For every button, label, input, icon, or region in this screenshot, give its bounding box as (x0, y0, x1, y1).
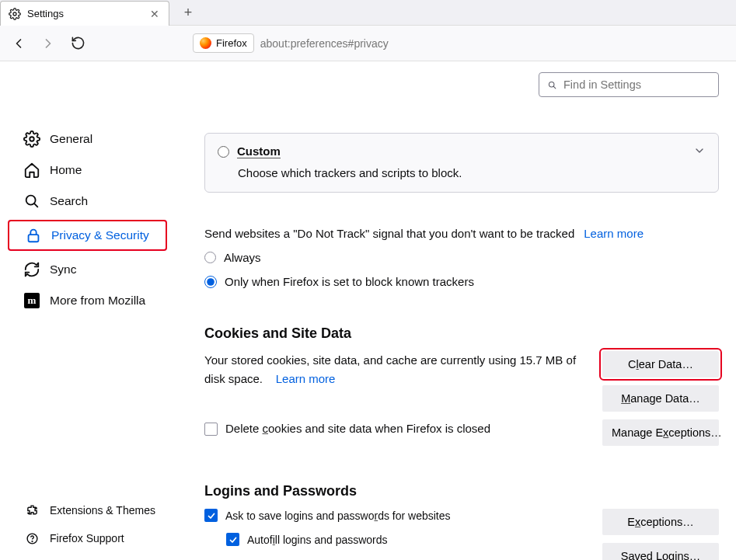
svg-point-6 (32, 541, 33, 541)
settings-sidebar: General Home Search Privacy & Security S… (0, 61, 190, 560)
sidebar-label: More from Mozilla (50, 294, 145, 308)
identity-label: Firefox (216, 37, 247, 49)
custom-title: Custom (237, 144, 281, 158)
sidebar-label: Extensions & Themes (50, 504, 155, 517)
settings-content: Custom Choose which trackers and scripts… (190, 61, 736, 560)
checkbox-checked-icon[interactable] (226, 533, 239, 546)
back-icon[interactable] (11, 36, 26, 51)
close-icon[interactable]: ✕ (148, 8, 161, 20)
option-label: Only when Firefox is set to block known … (225, 275, 474, 288)
sidebar-item-extensions[interactable]: Extensions & Themes (8, 496, 190, 524)
manage-exceptions-button[interactable]: Manage Exceptions… (602, 419, 719, 446)
sidebar-label: Search (50, 194, 88, 208)
sidebar-item-support[interactable]: Firefox Support (8, 524, 190, 552)
logins-exceptions-button[interactable]: Exceptions… (602, 509, 719, 535)
ask-save-logins[interactable]: Ask to save logins and passwords for web… (204, 509, 587, 522)
cookies-desc: Your stored cookies, site data, and cach… (204, 353, 576, 385)
delete-cookies-on-close[interactable]: Delete cookies and site data when Firefo… (204, 419, 587, 438)
tab-bar: Settings ✕ + (0, 0, 736, 26)
nav-toolbar: Firefox about:preferences#privacy (0, 26, 736, 61)
search-icon (23, 193, 40, 210)
svg-line-3 (34, 203, 37, 207)
mozilla-icon: m (23, 292, 40, 309)
settings-search[interactable] (539, 72, 719, 97)
url-bar[interactable]: Firefox about:preferences#privacy (193, 31, 389, 56)
url-text: about:preferences#privacy (260, 37, 389, 50)
sync-icon (23, 261, 40, 278)
checkbox-checked-icon[interactable] (204, 509, 218, 522)
logins-heading: Logins and Passwords (204, 483, 719, 499)
dnt-only-option[interactable]: Only when Firefox is set to block known … (204, 275, 719, 288)
puzzle-icon (25, 503, 39, 517)
sidebar-item-more-mozilla[interactable]: m More from Mozilla (8, 285, 190, 316)
autofill-logins[interactable]: Autofill logins and passwords (226, 533, 587, 546)
option-label: Always (224, 251, 261, 264)
search-icon (547, 79, 557, 91)
checkbox-label: Delete cookies and site data when Firefo… (225, 419, 490, 438)
cookies-heading: Cookies and Site Data (204, 325, 719, 342)
home-icon (23, 162, 40, 179)
checkbox-label: Ask to save logins and passwords for web… (225, 510, 451, 522)
cookies-learn-link[interactable]: Learn more (276, 372, 336, 385)
custom-desc: Choose which trackers and scripts to blo… (238, 166, 687, 179)
gear-icon (23, 130, 40, 148)
sidebar-item-sync[interactable]: Sync (8, 254, 190, 285)
lock-icon (25, 227, 42, 244)
radio-icon[interactable] (204, 252, 216, 263)
sidebar-item-general[interactable]: General (8, 123, 190, 155)
forward-icon[interactable] (40, 36, 56, 51)
sidebar-item-home[interactable]: Home (8, 155, 190, 186)
dnt-learn-link[interactable]: Learn more (584, 227, 644, 240)
checkbox-label: Autofill logins and passwords (247, 534, 388, 546)
dnt-always-option[interactable]: Always (204, 251, 719, 264)
radio-icon[interactable] (204, 276, 217, 288)
chevron-down-icon[interactable] (693, 144, 706, 159)
tab-title: Settings (27, 8, 142, 19)
sidebar-item-search[interactable]: Search (8, 186, 190, 217)
settings-search-input[interactable] (563, 78, 710, 91)
sidebar-label: Sync (50, 263, 76, 277)
identity-chip[interactable]: Firefox (193, 33, 254, 53)
gear-icon (9, 8, 21, 20)
reload-icon[interactable] (70, 36, 85, 51)
svg-point-1 (30, 137, 34, 141)
saved-logins-button[interactable]: Saved Logins… (602, 543, 719, 560)
svg-rect-4 (29, 235, 39, 242)
firefox-icon (200, 37, 211, 49)
new-tab-button[interactable]: + (177, 5, 199, 21)
tracking-custom-card[interactable]: Custom Choose which trackers and scripts… (204, 133, 719, 193)
sidebar-item-privacy-security[interactable]: Privacy & Security (8, 220, 167, 251)
svg-point-0 (13, 12, 16, 16)
browser-tab-settings[interactable]: Settings ✕ (0, 1, 169, 26)
checkbox-icon[interactable] (204, 423, 218, 436)
svg-line-8 (553, 86, 556, 89)
sidebar-label: Privacy & Security (51, 228, 149, 242)
radio-icon[interactable] (218, 146, 229, 158)
sidebar-label: Home (50, 163, 82, 177)
dnt-text: Send websites a "Do Not Track" signal th… (204, 227, 574, 240)
manage-data-button[interactable]: Manage Data… (602, 385, 719, 412)
clear-data-button[interactable]: Clear Data… (602, 351, 719, 377)
sidebar-label: General (50, 132, 92, 146)
help-icon (25, 531, 39, 545)
sidebar-label: Firefox Support (50, 532, 124, 544)
